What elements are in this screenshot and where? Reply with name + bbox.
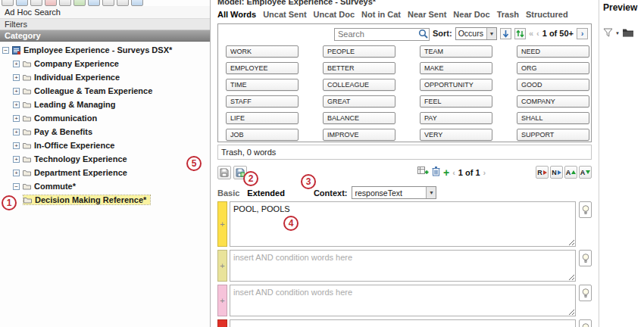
toolbar-icon[interactable] xyxy=(2,0,14,6)
add-condition-strip[interactable]: + xyxy=(217,285,227,316)
chevron-down-icon[interactable]: ▼ xyxy=(615,31,620,36)
word-button[interactable]: COMPANY xyxy=(517,95,589,107)
word-button[interactable]: MAKE xyxy=(420,62,492,74)
sort-name-icon[interactable]: N xyxy=(550,166,563,179)
toolbar-icon[interactable] xyxy=(16,0,28,6)
tab-near-sent[interactable]: Near Sent xyxy=(408,10,446,19)
add-rule-icon[interactable]: + xyxy=(443,167,449,178)
expand-icon[interactable]: + xyxy=(13,142,20,149)
suggest-words-button[interactable] xyxy=(579,319,592,327)
collapse-icon[interactable]: − xyxy=(13,183,20,190)
category-section-header[interactable]: Category xyxy=(0,30,210,42)
word-button[interactable]: SHALL xyxy=(517,112,589,124)
toolbar-icon[interactable] xyxy=(117,0,129,6)
chevron-down-icon[interactable]: ▼ xyxy=(486,28,496,39)
word-button[interactable]: PEOPLE xyxy=(323,45,395,58)
add-to-category-icon[interactable] xyxy=(417,166,429,179)
tab-extended[interactable]: Extended xyxy=(247,188,285,198)
tree-item-communication[interactable]: + Communication xyxy=(0,111,210,125)
word-button[interactable]: COLLEAGUE xyxy=(323,79,395,91)
tree-item-individual-experience[interactable]: + Individual Experience xyxy=(0,70,210,84)
word-button[interactable]: GOOD xyxy=(517,79,589,91)
filters-section[interactable]: Filters xyxy=(0,19,210,30)
tab-not-in-cat[interactable]: Not in Cat xyxy=(361,10,401,19)
expand-icon[interactable]: + xyxy=(13,61,20,67)
tab-structured[interactable]: Structured xyxy=(526,10,568,19)
expand-icon[interactable]: + xyxy=(13,170,20,176)
tree-item-technology-experience[interactable]: + Technology Experience xyxy=(0,152,210,166)
word-button[interactable]: LIFE xyxy=(226,112,299,124)
sort-ascending-rules-icon[interactable]: A xyxy=(564,166,577,179)
toolbar-icon[interactable] xyxy=(102,0,114,6)
word-button[interactable]: SUPPORT xyxy=(517,129,589,141)
tree-item-root[interactable]: − Employee Experience - Surveys DSX* xyxy=(0,43,210,57)
search-input[interactable] xyxy=(334,28,430,41)
expand-icon[interactable]: + xyxy=(13,129,20,135)
word-button[interactable]: PAY xyxy=(420,112,492,124)
word-button[interactable]: EMPLOYEE xyxy=(226,62,299,74)
expand-icon[interactable]: + xyxy=(13,74,20,81)
word-button[interactable]: BALANCE xyxy=(323,112,395,124)
expand-icon[interactable]: + xyxy=(13,156,20,163)
filter-funnel-icon[interactable] xyxy=(603,26,613,40)
ad-hoc-search-section[interactable]: Ad Hoc Search xyxy=(0,6,210,19)
tree-item-pay-benefits[interactable]: + Pay & Benefits xyxy=(0,125,210,139)
folder-icon[interactable] xyxy=(622,26,634,40)
word-button[interactable]: STAFF xyxy=(226,95,299,107)
tab-uncat-doc[interactable]: Uncat Doc xyxy=(314,10,355,19)
word-button[interactable]: TEAM xyxy=(420,45,492,58)
sort-toggle-icon[interactable] xyxy=(514,28,526,39)
word-button[interactable]: FEEL xyxy=(420,95,492,107)
add-condition-strip[interactable]: + xyxy=(217,319,227,327)
suggest-words-button[interactable] xyxy=(579,250,592,266)
suggest-words-button[interactable] xyxy=(579,201,592,218)
word-button[interactable]: OPPORTUNITY xyxy=(420,79,492,91)
sort-ascending-icon[interactable] xyxy=(500,28,511,39)
search-icon[interactable] xyxy=(418,28,428,42)
toolbar-icon[interactable] xyxy=(88,0,100,6)
tab-basic[interactable]: Basic xyxy=(217,188,239,198)
add-condition-strip[interactable]: + xyxy=(217,250,227,282)
tree-item-colleague-team-experience[interactable]: + Colleague & Team Experience xyxy=(0,84,210,98)
toolbar-icon[interactable] xyxy=(45,0,57,6)
toolbar-icon[interactable] xyxy=(59,0,71,6)
expand-icon[interactable]: + xyxy=(13,115,20,122)
tree-item-in-office-experience[interactable]: + In-Office Experience xyxy=(0,139,210,152)
sort-dropdown[interactable]: Occurs ▼ xyxy=(455,27,497,40)
expand-icon[interactable]: + xyxy=(13,88,20,95)
add-condition-strip[interactable]: + xyxy=(217,201,227,247)
condition-words-input[interactable] xyxy=(230,285,576,316)
word-button[interactable]: VERY xyxy=(420,129,492,141)
sort-descending-rules-icon[interactable]: A xyxy=(579,166,592,179)
word-button[interactable]: ORG xyxy=(517,62,589,74)
word-button[interactable]: JOB xyxy=(226,129,299,141)
collapse-icon[interactable]: − xyxy=(2,47,9,54)
tree-item-decision-making-reference[interactable]: Decision Making Reference* xyxy=(0,193,210,207)
suggest-words-button[interactable] xyxy=(579,285,592,301)
condition-words-input[interactable] xyxy=(230,319,576,327)
chevron-down-icon[interactable]: ▼ xyxy=(426,187,436,198)
sort-relevance-icon[interactable]: R xyxy=(536,166,549,179)
next-page-icon[interactable]: › xyxy=(577,28,588,39)
context-dropdown[interactable]: responseText ▼ xyxy=(352,186,436,199)
tree-item-leading-managing[interactable]: + Leading & Managing xyxy=(0,98,210,111)
condition-words-input[interactable]: POOL, POOLS xyxy=(230,201,576,247)
expand-icon[interactable]: + xyxy=(13,101,20,108)
tab-uncat-sent[interactable]: Uncat Sent xyxy=(263,10,306,19)
word-button[interactable]: NEED xyxy=(517,45,589,58)
word-button[interactable]: BETTER xyxy=(323,62,395,74)
word-button[interactable]: IMPROVE xyxy=(323,129,395,141)
trash-icon[interactable] xyxy=(432,166,440,179)
word-button[interactable]: TIME xyxy=(226,79,299,91)
word-button[interactable]: GREAT xyxy=(323,95,395,107)
word-button[interactable]: WORK xyxy=(226,45,299,58)
toolbar-icon[interactable] xyxy=(30,0,42,6)
tree-item-department-experience[interactable]: + Department Experience xyxy=(0,166,210,179)
tab-all-words[interactable]: All Words xyxy=(217,10,256,19)
tab-trash[interactable]: Trash xyxy=(497,10,519,19)
toolbar-icon[interactable] xyxy=(73,0,86,6)
save-icon[interactable] xyxy=(217,166,231,179)
tree-item-company-experience[interactable]: + Company Experience xyxy=(0,57,210,70)
tree-item-commute[interactable]: − Commute* xyxy=(0,179,210,193)
toolbar-icon[interactable] xyxy=(131,0,143,6)
